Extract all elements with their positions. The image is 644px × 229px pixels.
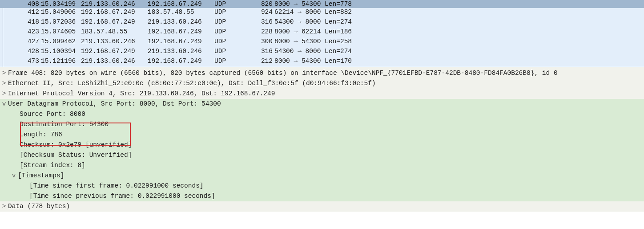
detail-udp-cksum[interactable]: Checksum: 0x2e79 [unverified]	[0, 140, 644, 150]
col-time: 15.034199	[41, 0, 81, 8]
col-proto: UDP	[214, 57, 241, 66]
chevron-right-icon[interactable]: >	[0, 79, 8, 88]
detail-udp-src-text: Source Port: 8000	[20, 110, 85, 119]
col-dst: 192.168.67.249	[148, 57, 214, 66]
chevron-down-icon[interactable]: v	[10, 171, 18, 180]
detail-udp-ts-prev-text: [Time since previous frame: 0.022991000 …	[29, 192, 215, 201]
col-dst: 219.133.60.246	[148, 48, 214, 57]
packet-row[interactable]: 42715.099462219.133.60.246192.168.67.249…	[0, 37, 644, 47]
col-proto: UDP	[214, 28, 241, 37]
packet-row[interactable]: 47315.121196219.133.60.246192.168.67.249…	[0, 57, 644, 67]
col-info: 8000 → 54300 Len=778	[274, 0, 644, 8]
col-len: 316	[241, 18, 274, 27]
col-dst: 192.168.67.249	[148, 38, 214, 47]
col-src: 219.133.60.246	[81, 38, 148, 47]
col-src: 183.57.48.55	[81, 28, 148, 37]
col-no: 428	[5, 48, 41, 57]
detail-data[interactable]: > Data (778 bytes)	[0, 201, 644, 212]
packet-list: 40815.034199219.133.60.246192.168.67.249…	[0, 0, 644, 67]
gutter-icon	[0, 37, 5, 47]
chevron-right-icon[interactable]: >	[0, 89, 8, 98]
detail-udp-stream[interactable]: [Stream index: 8]	[0, 160, 644, 171]
gutter-icon	[0, 47, 5, 57]
col-dst: 219.133.60.246	[148, 18, 214, 27]
detail-udp-dst[interactable]: Destination Port: 54300	[0, 119, 644, 130]
chevron-down-icon[interactable]: v	[0, 99, 8, 109]
col-len: 300	[241, 38, 274, 47]
detail-frame-text: Frame 408: 820 bytes on wire (6560 bits)…	[8, 69, 558, 78]
col-dst: 192.168.67.249	[148, 0, 214, 8]
chevron-right-icon[interactable]: >	[0, 202, 8, 211]
packet-row[interactable]: 42815.100394192.168.67.249219.133.60.246…	[0, 47, 644, 57]
gutter-icon	[0, 8, 5, 18]
detail-udp-timestamps[interactable]: v [Timestamps]	[0, 171, 644, 181]
gutter-icon	[0, 57, 5, 67]
col-info: 8000 → 62214 Len=186	[274, 28, 644, 37]
col-len: 228	[241, 28, 274, 37]
col-info: 54300 → 8000 Len=274	[274, 18, 644, 27]
col-proto: UDP	[214, 0, 241, 8]
col-proto: UDP	[214, 48, 241, 57]
gutter-icon	[0, 18, 5, 28]
col-len: 212	[241, 57, 274, 66]
detail-udp-ts-first[interactable]: [Time since first frame: 0.022991000 sec…	[0, 181, 644, 191]
col-src: 219.133.60.246	[81, 57, 148, 66]
col-time: 15.121196	[41, 57, 81, 66]
col-info: 54300 → 8000 Len=274	[274, 48, 644, 57]
col-proto: UDP	[214, 18, 241, 27]
col-len: 316	[241, 48, 274, 57]
col-time: 15.099462	[41, 38, 81, 47]
detail-udp-src[interactable]: Source Port: 8000	[0, 109, 644, 119]
col-no: 423	[5, 28, 41, 37]
detail-udp-dst-text: Destination Port: 54300	[20, 120, 109, 129]
packet-row[interactable]: 41215.049006192.168.67.249183.57.48.55UD…	[0, 8, 644, 18]
gutter-icon	[0, 28, 5, 37]
detail-data-text: Data (778 bytes)	[8, 202, 70, 211]
detail-udp-cksum-text: Checksum: 0x2e79 [unverified]	[20, 140, 132, 150]
col-no: 473	[5, 57, 41, 66]
detail-udp[interactable]: v User Datagram Protocol, Src Port: 8000…	[0, 99, 644, 109]
detail-udp-len-text: Length: 786	[20, 130, 62, 139]
col-info: 8000 → 54300 Len=258	[274, 38, 644, 47]
col-dst: 192.168.67.249	[148, 28, 214, 37]
detail-ethernet[interactable]: > Ethernet II, Src: LeShiZhi_52:e0:0c (c…	[0, 78, 644, 89]
col-proto: UDP	[214, 8, 241, 17]
col-time: 15.072036	[41, 18, 81, 27]
col-no: 418	[5, 18, 41, 27]
col-src: 192.168.67.249	[81, 48, 148, 57]
detail-udp-ts-first-text: [Time since first frame: 0.022991000 sec…	[29, 181, 204, 191]
detail-udp-cksum-status[interactable]: [Checksum Status: Unverified]	[0, 150, 644, 160]
col-time: 15.100394	[41, 48, 81, 57]
chevron-right-icon[interactable]: >	[0, 69, 8, 78]
detail-udp-len[interactable]: Length: 786	[0, 130, 644, 140]
detail-udp-stream-text: [Stream index: 8]	[20, 161, 85, 170]
packet-row[interactable]: 40815.034199219.133.60.246192.168.67.249…	[0, 0, 644, 8]
detail-frame[interactable]: > Frame 408: 820 bytes on wire (6560 bit…	[0, 68, 644, 78]
detail-udp-ts-prev[interactable]: [Time since previous frame: 0.022991000 …	[0, 191, 644, 201]
col-time: 15.074605	[41, 28, 81, 37]
col-info: 62214 → 8000 Len=882	[274, 8, 644, 17]
detail-udp-timestamps-text: [Timestamps]	[18, 171, 64, 180]
detail-ip-text: Internet Protocol Version 4, Src: 219.13…	[8, 89, 275, 98]
col-no: 408	[5, 0, 41, 8]
packet-row[interactable]: 42315.074605183.57.48.55192.168.67.249UD…	[0, 28, 644, 37]
detail-ethernet-text: Ethernet II, Src: LeShiZhi_52:e0:0c (c8:…	[8, 79, 376, 88]
col-len: 820	[241, 0, 274, 8]
col-src: 192.168.67.249	[81, 18, 148, 27]
col-info: 8000 → 54300 Len=170	[274, 57, 644, 66]
gutter-icon	[0, 0, 5, 8]
col-no: 427	[5, 38, 41, 47]
col-no: 412	[5, 8, 41, 17]
detail-ip[interactable]: > Internet Protocol Version 4, Src: 219.…	[0, 89, 644, 99]
col-dst: 183.57.48.55	[148, 8, 214, 17]
col-src: 219.133.60.246	[81, 0, 148, 8]
detail-udp-cksum-status-text: [Checksum Status: Unverified]	[20, 151, 132, 160]
col-time: 15.049006	[41, 8, 81, 17]
col-src: 192.168.67.249	[81, 8, 148, 17]
col-proto: UDP	[214, 38, 241, 47]
packet-row[interactable]: 41815.072036192.168.67.249219.133.60.246…	[0, 18, 644, 28]
packet-details: > Frame 408: 820 bytes on wire (6560 bit…	[0, 67, 644, 212]
detail-udp-text: User Datagram Protocol, Src Port: 8000, …	[8, 99, 221, 109]
col-len: 924	[241, 8, 274, 17]
